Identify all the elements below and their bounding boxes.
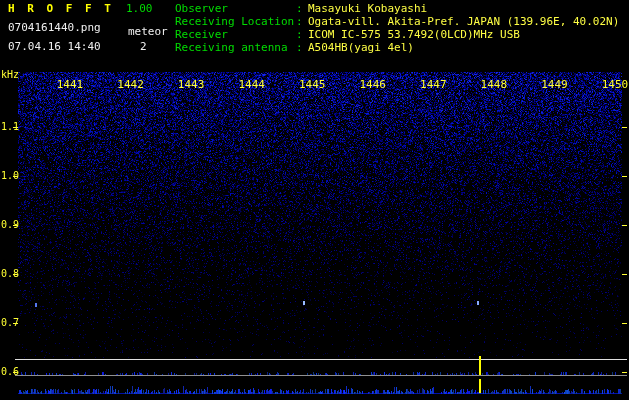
output-filename: 0704161440.png: [8, 22, 101, 34]
x-tick-label: 1443: [178, 78, 205, 91]
hrofft-output-window: H R O F F T 1.00 0704161440.png meteor 0…: [0, 0, 629, 400]
y-tick-label: 0.7: [1, 317, 19, 328]
mode-label: meteor: [128, 26, 168, 38]
app-title: H R O F F T: [8, 3, 114, 15]
y-tick-label: 0.6: [1, 366, 19, 377]
info-value-location: Ogata-vill. Akita-Pref. JAPAN (139.96E, …: [308, 16, 619, 28]
x-tick-label: 1444: [238, 78, 265, 91]
app-version: 1.00: [126, 3, 153, 15]
y-tick-label: 0.9: [1, 219, 19, 230]
x-tick-label: 1442: [117, 78, 144, 91]
info-value-receiver: ICOM IC-575 53.7492(0LCD)MHz USB: [308, 29, 520, 41]
x-tick-label: 1447: [420, 78, 447, 91]
spectrogram-canvas: [0, 0, 629, 400]
info-label-receiver: Receiver: [175, 29, 228, 41]
x-tick-label: 1445: [299, 78, 326, 91]
y-tick-label: 1.1: [1, 121, 19, 132]
info-label-location: Receiving Location: [175, 16, 294, 28]
info-colon: :: [296, 29, 303, 41]
x-tick-label: 1441: [57, 78, 84, 91]
y-axis-unit-label: kHz: [1, 69, 19, 80]
x-tick-label: 1446: [360, 78, 387, 91]
x-tick-label: 1449: [541, 78, 568, 91]
info-colon: :: [296, 3, 303, 15]
info-label-observer: Observer: [175, 3, 228, 15]
info-label-antenna: Receiving antenna: [175, 42, 288, 54]
info-colon: :: [296, 16, 303, 28]
info-value-antenna: A504HB(yagi 4el): [308, 42, 414, 54]
datetime-label: 07.04.16 14:40: [8, 41, 101, 53]
info-value-observer: Masayuki Kobayashi: [308, 3, 427, 15]
x-tick-label: 1450: [602, 78, 629, 91]
info-colon: :: [296, 42, 303, 54]
x-tick-label: 1448: [481, 78, 508, 91]
meteor-count: 2: [140, 41, 147, 53]
y-tick-label: 0.8: [1, 268, 19, 279]
y-tick-label: 1.0: [1, 170, 19, 181]
